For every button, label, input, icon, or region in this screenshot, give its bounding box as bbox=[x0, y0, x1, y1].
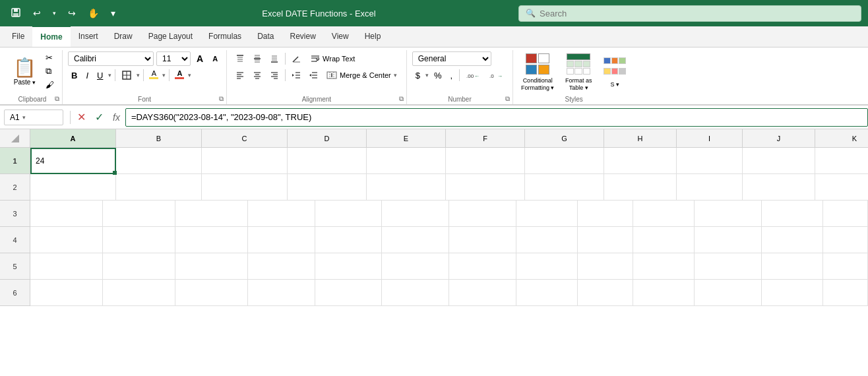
col-header-C[interactable]: C bbox=[202, 129, 288, 147]
decimal-decrease-button[interactable]: .0→ bbox=[486, 68, 507, 82]
undo-dropdown[interactable]: ▾ bbox=[49, 7, 60, 19]
cell-F3[interactable] bbox=[382, 201, 449, 227]
row-number-1[interactable]: 1 bbox=[0, 148, 30, 174]
col-header-K[interactable]: K bbox=[815, 129, 868, 147]
cell-B4[interactable] bbox=[103, 227, 175, 253]
tab-home[interactable]: Home bbox=[32, 26, 70, 47]
cell-K3[interactable] bbox=[695, 201, 762, 227]
cell-J5[interactable] bbox=[633, 253, 695, 280]
tab-help[interactable]: Help bbox=[357, 26, 389, 47]
currency-button[interactable]: $ bbox=[412, 68, 423, 82]
cell-styles-button[interactable]: S ▾ bbox=[600, 53, 629, 92]
underline-button[interactable]: U bbox=[94, 68, 106, 82]
cell-A1[interactable]: 24 bbox=[30, 148, 116, 174]
row-number-5[interactable]: 5 bbox=[0, 253, 30, 280]
cell-B6[interactable] bbox=[103, 280, 175, 306]
cell-M6[interactable] bbox=[823, 280, 868, 306]
font-color-button[interactable]: A bbox=[173, 68, 186, 82]
cell-L5[interactable] bbox=[762, 253, 823, 280]
confirm-formula-button[interactable]: ✓ bbox=[91, 110, 108, 125]
cell-ref-dropdown[interactable]: ▾ bbox=[22, 114, 26, 121]
cell-C4[interactable] bbox=[175, 227, 248, 253]
borders-dropdown[interactable]: ▾ bbox=[137, 72, 140, 78]
cell-B5[interactable] bbox=[103, 253, 175, 280]
col-header-E[interactable]: E bbox=[367, 129, 446, 147]
cell-K4[interactable] bbox=[695, 227, 762, 253]
cell-D4[interactable] bbox=[248, 227, 315, 253]
search-bar[interactable]: 🔍 bbox=[518, 5, 861, 22]
cell-I1[interactable] bbox=[677, 148, 743, 174]
percent-button[interactable]: % bbox=[431, 68, 445, 82]
orientation-button[interactable] bbox=[288, 51, 304, 66]
cell-K1[interactable] bbox=[815, 148, 868, 174]
cell-C3[interactable] bbox=[175, 201, 248, 227]
decimal-increase-button[interactable]: .00← bbox=[463, 68, 484, 82]
italic-button[interactable]: I bbox=[82, 68, 92, 82]
align-left-button[interactable] bbox=[232, 68, 248, 82]
conditional-formatting-button[interactable]: ConditionalFormatting ▾ bbox=[518, 53, 557, 92]
col-header-F[interactable]: F bbox=[446, 129, 525, 147]
cell-E2[interactable] bbox=[367, 174, 446, 201]
align-top-button[interactable] bbox=[232, 51, 248, 66]
cell-C5[interactable] bbox=[175, 253, 248, 280]
cell-F4[interactable] bbox=[382, 227, 449, 253]
cell-H2[interactable] bbox=[604, 174, 677, 201]
align-center-button[interactable] bbox=[249, 68, 265, 82]
format-as-table-button[interactable]: Format asTable ▾ bbox=[559, 53, 598, 92]
cell-B3[interactable] bbox=[103, 201, 175, 227]
cell-L6[interactable] bbox=[762, 280, 823, 306]
col-header-I[interactable]: I bbox=[677, 129, 743, 147]
redo-button[interactable]: ↪ bbox=[64, 5, 80, 21]
cell-E4[interactable] bbox=[315, 227, 383, 253]
comma-button[interactable]: , bbox=[447, 68, 456, 82]
cell-E6[interactable] bbox=[315, 280, 383, 306]
align-bottom-button[interactable] bbox=[266, 51, 282, 66]
paste-button[interactable]: 📋 Paste ▾ bbox=[8, 51, 42, 92]
col-header-D[interactable]: D bbox=[288, 129, 367, 147]
cell-C6[interactable] bbox=[175, 280, 248, 306]
touch-mode-button[interactable]: ✋ bbox=[84, 5, 103, 21]
cell-I6[interactable] bbox=[578, 280, 634, 306]
font-grow-button[interactable]: A bbox=[193, 51, 206, 66]
cell-A2[interactable] bbox=[30, 174, 116, 201]
cell-F6[interactable] bbox=[382, 280, 449, 306]
cell-H4[interactable] bbox=[516, 227, 578, 253]
tab-review[interactable]: Review bbox=[282, 26, 323, 47]
tab-data[interactable]: Data bbox=[249, 26, 282, 47]
cell-G1[interactable] bbox=[525, 148, 604, 174]
tab-draw[interactable]: Draw bbox=[106, 26, 140, 47]
cell-H5[interactable] bbox=[516, 253, 578, 280]
cell-C2[interactable] bbox=[202, 174, 288, 201]
customize-qat-button[interactable]: ▾ bbox=[107, 5, 119, 21]
row-number-6[interactable]: 6 bbox=[0, 280, 30, 306]
row-number-2[interactable]: 2 bbox=[0, 174, 30, 201]
cell-G5[interactable] bbox=[449, 253, 516, 280]
align-middle-button[interactable] bbox=[249, 51, 265, 66]
merge-center-dropdown[interactable]: ▾ bbox=[394, 72, 397, 78]
cut-button[interactable]: ✂ bbox=[43, 51, 57, 64]
cell-H6[interactable] bbox=[516, 280, 578, 306]
cell-H1[interactable] bbox=[604, 148, 677, 174]
search-input[interactable] bbox=[540, 9, 854, 18]
row-number-4[interactable]: 4 bbox=[0, 227, 30, 253]
tab-file[interactable]: File bbox=[4, 26, 32, 47]
cell-H3[interactable] bbox=[516, 201, 578, 227]
cell-J1[interactable] bbox=[743, 148, 815, 174]
cell-I3[interactable] bbox=[578, 201, 634, 227]
cell-D5[interactable] bbox=[248, 253, 315, 280]
cell-I2[interactable] bbox=[677, 174, 743, 201]
borders-button[interactable] bbox=[119, 68, 135, 82]
indent-increase-button[interactable] bbox=[305, 68, 321, 82]
cell-K5[interactable] bbox=[695, 253, 762, 280]
wrap-text-button[interactable]: Wrap Text bbox=[305, 51, 360, 66]
alignment-expand-icon[interactable]: ⧉ bbox=[399, 95, 404, 103]
cell-I4[interactable] bbox=[578, 227, 634, 253]
cell-M5[interactable] bbox=[823, 253, 868, 280]
save-button[interactable] bbox=[7, 5, 25, 22]
font-family-select[interactable]: Calibri bbox=[68, 51, 154, 66]
currency-dropdown[interactable]: ▾ bbox=[425, 72, 429, 78]
indent-decrease-button[interactable] bbox=[288, 68, 304, 82]
row-number-3[interactable]: 3 bbox=[0, 201, 30, 227]
cell-G2[interactable] bbox=[525, 174, 604, 201]
undo-button[interactable]: ↩ bbox=[29, 5, 45, 21]
